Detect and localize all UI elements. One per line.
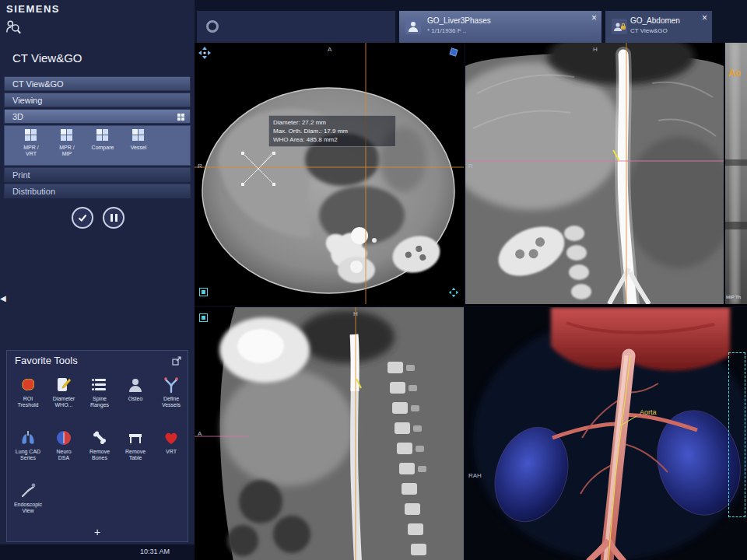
sidebar-section-print[interactable]: Print (4, 167, 191, 182)
section-label: CT View&GO (12, 79, 64, 89)
tool-compare[interactable]: Compare (86, 129, 120, 163)
fav-tool-remove-bones[interactable]: Remove Bones (82, 429, 117, 461)
series-selector-icon[interactable] (199, 288, 208, 296)
fav-label: Endoscopic (11, 502, 45, 508)
neuro-dsa-icon (54, 429, 73, 447)
fav-label: Define (154, 396, 188, 402)
fav-tool-neuro-dsa[interactable]: Neuro DSA (47, 429, 81, 461)
orientation-label-head: H (353, 310, 358, 317)
tool-label: VRT (14, 151, 48, 157)
fav-label: Lung CAD (11, 449, 45, 455)
close-icon[interactable]: × (591, 12, 597, 23)
series-donut-icon (205, 19, 220, 34)
fav-label: Osteo (118, 396, 153, 402)
viewport-axial[interactable]: Diameter: 27.2 mm Max. Orth. Diam.: 17.9… (195, 43, 465, 304)
mpr-vrt-icon (25, 129, 37, 142)
orientation-label-right: R (468, 163, 473, 170)
remove-bones-icon (90, 429, 109, 447)
popout-icon[interactable] (171, 355, 182, 366)
tab-empty[interactable] (197, 11, 395, 43)
fav-tool-define-vessels[interactable]: Define Vessels (154, 376, 188, 408)
fav-label: Diameter (47, 396, 81, 402)
fav-tool-endoscopic-view[interactable]: Endoscopic View (11, 481, 45, 514)
fav-tool-lung-cad[interactable]: Lung CAD Series (11, 429, 45, 461)
sidebar-section-viewing[interactable]: Viewing (4, 93, 191, 107)
fav-label: WHO... (47, 402, 81, 408)
compare-icon (96, 129, 109, 142)
grid-layout-icon (177, 113, 185, 121)
lung-cad-icon (19, 429, 37, 447)
fav-label: Spine (82, 396, 117, 402)
3d-tools-panel: MPR / VRT MPR / MIP Compare Vessel (4, 125, 191, 166)
fav-tool-remove-table[interactable]: Remove Table (118, 429, 153, 461)
tab-go-abdomen[interactable]: GO_Abdomen CT View&GO × (605, 11, 712, 43)
fav-label: View (11, 508, 45, 514)
sidebar-collapse-arrow[interactable]: ◀ (0, 294, 6, 303)
favorite-tools-panel: Favorite Tools ROI Treshold Diameter WHO… (6, 350, 188, 542)
pan-navigator-icon[interactable] (198, 46, 212, 60)
pause-icon (110, 214, 117, 222)
fav-label: Neuro (47, 449, 81, 455)
selection-dashed-border (728, 352, 745, 517)
viewport-grid: Diameter: 27.2 mm Max. Orth. Diam.: 17.9… (195, 43, 747, 560)
viewport-coronal[interactable]: H R (465, 43, 725, 304)
orientation-label-right: R (198, 163, 202, 170)
series-selector-icon[interactable] (199, 313, 208, 322)
tool-mpr-vrt[interactable]: MPR / VRT (14, 129, 48, 163)
tool-label: Compare (86, 145, 120, 151)
diameter-icon (54, 376, 73, 394)
annotation-line: WHO Area: 485.8 mm2 (273, 135, 391, 144)
tool-mpr-mip[interactable]: MPR / MIP (50, 129, 84, 163)
close-icon[interactable]: × (702, 12, 707, 23)
tool-vessel[interactable]: Vessel (121, 129, 156, 163)
vrt-heart-icon (162, 429, 181, 447)
coronal-ct-image (465, 43, 724, 304)
fav-tool-diameter-who[interactable]: Diameter WHO... (47, 376, 81, 408)
sidebar-section-distribution[interactable]: Distribution (4, 184, 191, 198)
vrt-3d-image (465, 307, 747, 560)
tool-label: MPR / (14, 145, 48, 151)
fav-tool-vrt[interactable]: VRT (154, 429, 188, 455)
annotation-line: Max. Orth. Diam.: 17.9 mm (273, 127, 391, 135)
vessel-label-aorta: Aorta (640, 408, 657, 416)
roi-threshold-icon (19, 376, 37, 394)
fav-label: Remove (118, 449, 153, 455)
patient-browser-icon[interactable] (5, 19, 22, 36)
fav-label: Vessels (154, 402, 188, 408)
check-icon (77, 212, 88, 223)
add-favorite-button[interactable]: + (7, 526, 188, 538)
spine-ranges-icon (90, 376, 109, 394)
tab-title: GO_Abdomen (630, 16, 680, 25)
viewport-partial-strip[interactable]: Ao MIP Th (725, 43, 747, 304)
define-vessels-icon (162, 376, 181, 394)
fav-label: VRT (154, 449, 188, 455)
fav-tool-roi-threshold[interactable]: ROI Treshold (11, 376, 45, 408)
orientation-label-anterior: A (198, 430, 202, 437)
clock: 10:31 AM (140, 548, 170, 555)
strip-vessel-label: Ao (728, 68, 741, 79)
fav-label: DSA (47, 455, 81, 461)
tab-go-liver3phases[interactable]: GO_Liver3Phases * 1/1/1936 F .. × (399, 11, 601, 43)
fav-label: Ranges (82, 402, 117, 408)
fav-label: ROI (11, 396, 45, 402)
sidebar-section-ct-viewgo[interactable]: CT View&GO (4, 76, 191, 91)
viewport-sagittal[interactable]: H A (195, 306, 465, 560)
fav-tool-spine-ranges[interactable]: Spine Ranges (82, 376, 117, 408)
favorite-tools-title: Favorite Tools (15, 355, 78, 366)
orientation-label-head: H (593, 46, 598, 53)
tab-title: GO_Liver3Phases (427, 16, 491, 25)
pan-tool-icon[interactable] (448, 287, 459, 298)
orientation-cube-icon[interactable] (448, 47, 459, 58)
tab-bar: GO_Liver3Phases * 1/1/1936 F .. × GO_Abd… (195, 0, 747, 43)
tool-label: MPR / (50, 145, 84, 151)
pause-button[interactable] (103, 207, 124, 229)
section-label: Print (12, 170, 30, 180)
orientation-label-anterior: A (328, 46, 331, 53)
viewport-vrt-3d[interactable]: RAH Aorta (465, 306, 747, 560)
app-title: CT View&GO (12, 51, 82, 65)
confirm-button[interactable] (72, 207, 93, 229)
sidebar-section-3d[interactable]: 3D (4, 109, 191, 124)
siemens-logo: SIEMENS (6, 3, 60, 15)
section-label: Distribution (12, 187, 55, 196)
fav-tool-osteo[interactable]: Osteo (118, 376, 153, 402)
